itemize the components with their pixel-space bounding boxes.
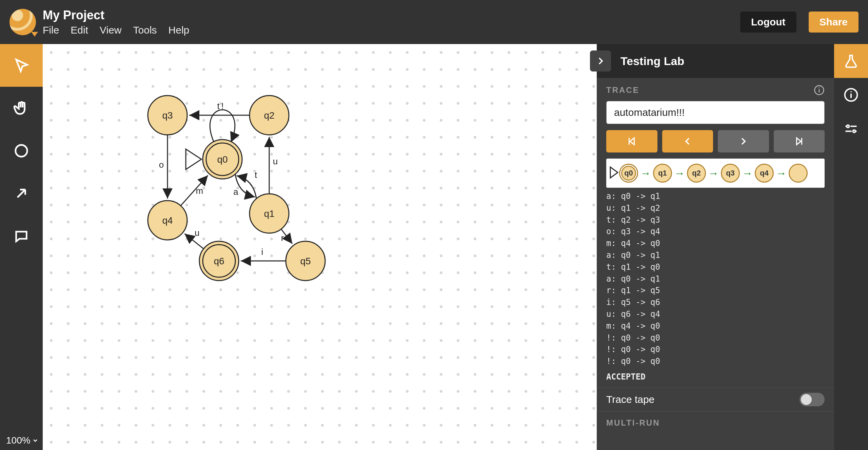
menu-edit[interactable]: Edit: [71, 24, 88, 36]
info-icon: [844, 87, 859, 102]
arrow-icon: →: [640, 167, 651, 180]
tool-state[interactable]: [0, 129, 43, 172]
initial-marker-icon: [610, 166, 619, 181]
automaton-graph[interactable]: !atutomriuq0q1q2q3q4q5q6: [43, 44, 597, 450]
trace-step-back-button[interactable]: [662, 130, 713, 152]
svg-text:!: !: [221, 101, 223, 111]
svg-text:u: u: [273, 156, 278, 166]
trace-log: a: q0 -> q1 u: q1 -> q2 t: q2 -> q3 o: q…: [606, 190, 825, 367]
state-label: q1: [264, 208, 274, 219]
trace-tape-row: Trace tape: [597, 388, 834, 411]
trace-path-node: [789, 164, 808, 183]
tool-cursor[interactable]: [0, 44, 43, 87]
arrow-icon: →: [674, 167, 685, 180]
svg-point-21: [847, 125, 849, 127]
chevron-right-icon: [595, 56, 606, 66]
trace-path-node: q2: [687, 164, 706, 183]
logout-button[interactable]: Logout: [740, 12, 796, 33]
state-label: q3: [162, 110, 173, 121]
info-icon[interactable]: [814, 85, 825, 96]
hand-icon: [14, 100, 29, 116]
project-title[interactable]: My Project: [43, 8, 189, 22]
zoom-indicator[interactable]: 100%: [0, 431, 43, 450]
svg-text:o: o: [159, 160, 164, 170]
arrow-icon: [14, 186, 29, 201]
svg-text:r: r: [281, 233, 284, 243]
menu-file[interactable]: File: [43, 24, 59, 36]
testing-panel: Testing Lab TRACE q0→q1→q2→q3→q4→ a: q0 …: [597, 44, 834, 450]
state-label: q6: [214, 256, 224, 266]
menubar: File Edit View Tools Help: [43, 24, 189, 36]
logo-icon: [9, 9, 36, 35]
state-label: q2: [264, 110, 274, 121]
trace-path-node: q3: [721, 164, 740, 183]
svg-point-20: [850, 91, 852, 93]
chevron-down-icon: [32, 437, 39, 444]
svg-text:i: i: [261, 247, 263, 257]
share-button[interactable]: Share: [809, 12, 859, 33]
collapse-panel-button[interactable]: [590, 50, 611, 71]
skip-back-icon: [627, 136, 637, 146]
trace-path-node: q0: [619, 164, 638, 183]
trace-reset-button[interactable]: [606, 130, 657, 152]
header: My Project File Edit View Tools Help Log…: [0, 0, 868, 44]
state-label: q0: [217, 154, 228, 165]
arrow-icon: →: [776, 167, 787, 180]
tab-options[interactable]: [834, 112, 868, 146]
svg-text:t: t: [217, 101, 220, 111]
right-tab-strip: [834, 44, 868, 450]
zoom-value: 100%: [6, 435, 31, 446]
flask-icon: [844, 54, 859, 68]
skip-forward-icon: [794, 136, 804, 146]
comment-icon: [14, 228, 29, 244]
trace-path-node: q1: [653, 164, 672, 183]
trace-result: ACCEPTED: [606, 372, 825, 382]
trace-path-node: q4: [755, 164, 774, 183]
trace-skip-end-button[interactable]: [774, 130, 825, 152]
trace-step-forward-button[interactable]: [718, 130, 769, 152]
tab-testing-lab[interactable]: [834, 44, 868, 78]
tool-comment[interactable]: [0, 215, 43, 258]
svg-point-17: [819, 87, 820, 88]
svg-text:a: a: [233, 187, 238, 197]
tool-transition[interactable]: [0, 172, 43, 215]
circle-icon: [14, 143, 29, 159]
state-label: q4: [162, 215, 173, 226]
trace-path: q0→q1→q2→q3→q4→: [606, 159, 825, 188]
trace-controls: [606, 130, 825, 152]
menu-view[interactable]: View: [100, 24, 121, 36]
trace-input[interactable]: [606, 101, 825, 124]
arrow-icon: →: [742, 167, 753, 180]
trace-tape-toggle[interactable]: [800, 393, 825, 406]
state-label: q5: [300, 256, 311, 266]
tab-info[interactable]: [834, 78, 868, 112]
arrow-icon: →: [708, 167, 719, 180]
left-toolbar: 100%: [0, 44, 43, 450]
menu-help[interactable]: Help: [169, 24, 190, 36]
menu-tools[interactable]: Tools: [133, 24, 157, 36]
sliders-icon: [844, 121, 859, 136]
svg-text:u: u: [195, 228, 199, 238]
multirun-section-label: MULTI-RUN: [597, 411, 834, 433]
cursor-icon: [14, 58, 29, 73]
trace-section-label: TRACE: [597, 78, 834, 101]
svg-point-0: [16, 145, 27, 157]
svg-text:t: t: [255, 170, 257, 180]
panel-title: Testing Lab: [620, 55, 684, 68]
canvas[interactable]: !atutomriuq0q1q2q3q4q5q6: [43, 44, 597, 450]
chevron-left-icon: [683, 136, 693, 146]
chevron-right-icon: [738, 136, 748, 146]
svg-point-24: [853, 130, 855, 132]
tool-hand[interactable]: [0, 87, 43, 129]
trace-tape-label: Trace tape: [606, 394, 654, 405]
